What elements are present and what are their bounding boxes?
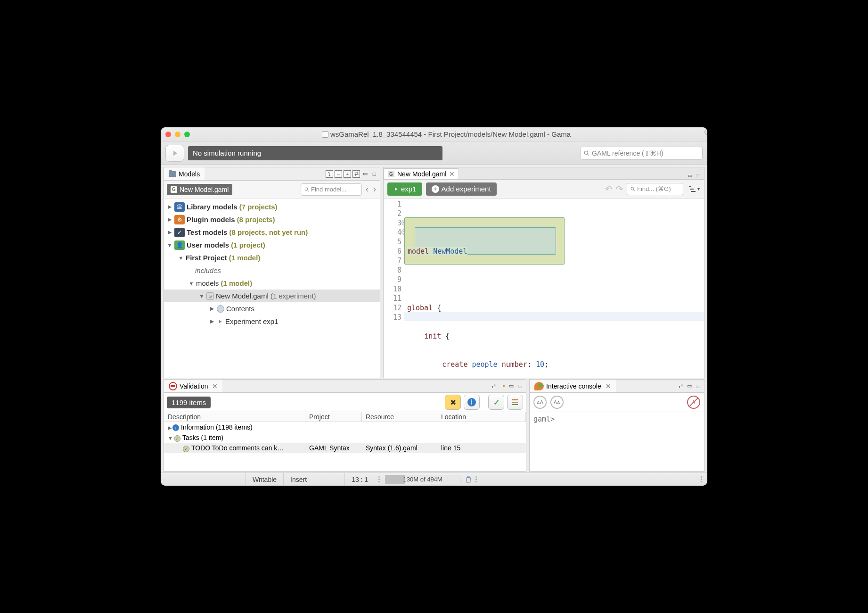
col-project[interactable]: Project [305,412,362,422]
validate-button[interactable]: ✓ [488,395,504,410]
console-panel: Interactive console ✕ ⇄ ▭ □ ᴀA Aᴀ A gaml… [529,379,704,472]
code-editor[interactable]: 12 3− 4− 567 8910 111213 model NewModel … [384,199,704,378]
library-models-node[interactable]: ▶🏛Library models (7 projects) [164,200,380,213]
gaml-file-icon: G [171,186,177,193]
outline-button[interactable]: ▾ [687,183,700,195]
close-tab-icon[interactable]: ✕ [449,170,455,178]
font-decrease-button[interactable]: ᴀA [533,396,547,409]
collapse-icon[interactable]: − [335,170,342,178]
check-icon: ✓ [174,228,185,237]
col-resource[interactable]: Resource [362,412,437,422]
search-placeholder: GAML reference (⇧⌘H) [592,149,663,157]
editor-tab[interactable]: G New Model.gaml ✕ [384,168,459,179]
titlebar: wsGamaRel_1.8_334544454 - First Project/… [161,127,707,141]
status-writable: Writable [246,473,283,486]
plugin-models-node[interactable]: ▶⚙Plugin models (8 projects) [164,213,380,226]
expand-icon[interactable]: + [344,170,351,178]
library-icon: 🏛 [174,202,185,212]
task-icon: ✓ [183,446,189,452]
close-view-icon[interactable]: ✕ [606,382,611,390]
test-models-node[interactable]: ▶✓Test models (8 projects, not yet run) [164,226,380,239]
history-forward-icon[interactable]: ↷ [616,184,623,194]
close-view-icon[interactable]: ✕ [212,382,218,390]
maximize-editor-icon[interactable]: □ [695,172,702,179]
import-icon[interactable]: ⤵ [326,170,333,178]
errors-filter-button[interactable]: ✖ [445,395,461,410]
gaml-file-icon: G [388,171,394,177]
svg-point-2 [305,188,308,191]
user-models-node[interactable]: ▼👤User models (1 project) [164,239,380,251]
editor-find-input[interactable]: Find... (⌘G) [627,183,683,195]
close-window-button[interactable] [165,132,171,137]
contents-node[interactable]: ▶Contents [164,302,380,315]
model-tree: ▶🏛Library models (7 projects) ▶⚙Plugin m… [164,199,380,330]
gaml-file-node[interactable]: ▼GNew Model.gaml (1 experiment) [164,290,380,302]
experiment-node[interactable]: ▶Experiment exp1 [164,315,380,328]
add-experiment-button[interactable]: + Add experiment [426,182,497,196]
font-increase-button[interactable]: Aᴀ [550,396,564,409]
maximize-view-icon[interactable]: □ [516,382,524,390]
svg-line-1 [588,154,589,155]
models-panel: Models ⤵ − + ⇄ ▭ □ G New Model.gaml [164,167,380,378]
info-filter-button[interactable]: i [464,395,480,410]
filter-icon[interactable]: ⇥ [499,382,506,390]
minimize-editor-icon[interactable]: ▭ [686,172,694,179]
status-cursor-pos: 13 : 1 [344,473,375,486]
maximize-view-icon[interactable]: □ [695,382,702,390]
col-location[interactable]: Location [437,412,526,422]
nav-forward-icon[interactable]: › [372,184,377,194]
main-toolbar: No simulation running GAML reference (⇧⌘… [161,141,707,165]
memory-bar[interactable]: 130M of 494M [385,475,460,484]
window-title: wsGamaRel_1.8_334544454 - First Project/… [190,130,703,138]
nav-back-icon[interactable]: ‹ [365,184,369,194]
validation-row-information[interactable]: ▶iInformation (1198 items) [164,422,526,432]
play-button[interactable] [165,145,184,162]
view-menu-icon[interactable]: ⇄ [490,382,497,390]
minimize-view-icon[interactable]: ▭ [508,382,515,390]
zoom-window-button[interactable] [184,132,190,137]
view-menu-icon[interactable]: ⇄ [677,382,684,390]
find-model-input[interactable]: Find model... [301,183,362,196]
status-bar: Writable Insert 13 : 1 130M of 494M [161,472,707,486]
app-window: wsGamaRel_1.8_334544454 - First Project/… [161,127,707,486]
models-tab[interactable]: Models [164,167,205,180]
chat-icon [534,382,544,390]
gaml-reference-search[interactable]: GAML reference (⇧⌘H) [580,147,703,160]
active-file-chip[interactable]: G New Model.gaml [167,184,232,195]
history-back-icon[interactable]: ↶ [605,184,612,194]
clear-console-button[interactable]: A [687,396,700,409]
globe-icon [217,305,224,313]
validation-panel: Validation ✕ ⇄ ⇥ ▭ □ 1199 items ✖ i ✓ [164,379,526,472]
minimize-view-icon[interactable]: ▭ [361,170,369,178]
includes-node[interactable]: includes [164,264,380,277]
validation-tab[interactable]: Validation ✕ [164,380,222,392]
list-button[interactable] [507,395,523,410]
gear-icon: ⚙ [174,215,185,224]
console-tab[interactable]: Interactive console ✕ [530,380,616,392]
models-tab-label: Models [179,170,200,178]
project-node[interactable]: ▼First Project (1 model) [164,251,380,264]
simulation-status: No simulation running [188,146,442,160]
svg-line-3 [308,190,309,191]
editor-panel: G New Model.gaml ✕ ▭ □ exp1 + Add experi… [383,167,704,378]
info-icon: i [172,424,179,431]
maximize-view-icon[interactable]: □ [370,170,378,178]
link-icon[interactable]: ⇄ [352,170,360,178]
validation-row-todo[interactable]: ✓TODO ToDo comments can k… GAML Syntax S… [164,443,526,453]
col-description[interactable]: Description [164,412,305,422]
editor-tab-label: New Model.gaml [397,170,446,178]
gaml-file-icon: G [206,292,214,300]
status-insert: Insert [283,473,344,486]
minimize-window-button[interactable] [175,132,180,137]
minimize-view-icon[interactable]: ▭ [686,382,693,390]
error-icon [169,382,177,390]
models-folder-node[interactable]: ▼models (1 model) [164,277,380,290]
validation-row-tasks[interactable]: ▼✓Tasks (1 item) [164,432,526,443]
svg-point-4 [631,187,634,190]
user-icon: 👤 [174,240,185,250]
svg-line-5 [634,190,635,191]
console-output[interactable]: gaml> [530,412,704,471]
run-experiment-button[interactable]: exp1 [387,182,422,196]
gc-trash-icon[interactable] [464,475,473,484]
folder-icon [169,171,176,177]
